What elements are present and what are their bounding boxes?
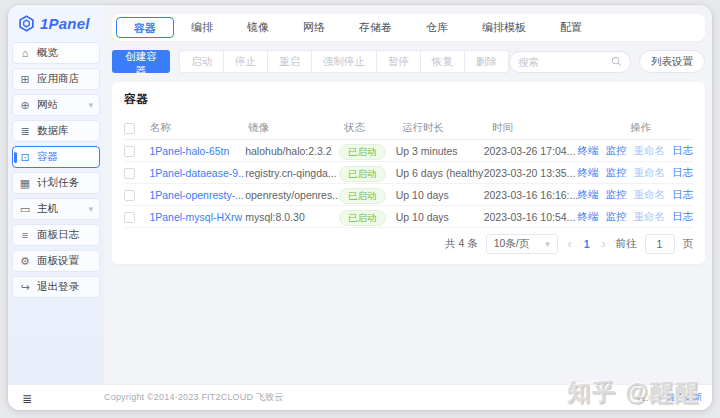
monitor-link[interactable]: 监控: [606, 188, 627, 202]
sidebar-item-cronjob[interactable]: ▦ 计划任务: [12, 172, 100, 194]
delete-button[interactable]: 删除: [464, 50, 509, 73]
sidebar-item-app-store[interactable]: ⊞ 应用商店: [12, 68, 100, 90]
container-name-link[interactable]: 1Panel-mysql-HXrw: [149, 211, 242, 223]
search-icon: [611, 56, 622, 67]
row-checkbox[interactable]: [124, 190, 135, 201]
container-time: 2023-03-20 13:35...: [484, 167, 578, 179]
sidebar-item-website[interactable]: ⊕ 网站 ▾: [12, 94, 100, 116]
bulk-action-group: 启动 停止 重启 强制停止 暂停 恢复 删除: [179, 50, 509, 73]
sidebar-item-label: 面板日志: [37, 228, 79, 242]
sidebar-item-logout[interactable]: ↪ 退出登录: [12, 276, 100, 298]
force-stop-button[interactable]: 强制停止: [311, 50, 377, 73]
sidebar-item-host[interactable]: ▭ 主机 ▾: [12, 198, 100, 220]
rename-link[interactable]: 重命名: [634, 210, 666, 224]
monitor-icon: ▭: [19, 203, 31, 216]
sidebar-item-panel-log[interactable]: ≡ 面板日志: [12, 224, 100, 246]
sidebar-item-label: 面板设置: [37, 254, 79, 268]
table-row: 1Panel-openresty-... openresty/openres..…: [124, 184, 693, 206]
home-icon: ⌂: [19, 47, 31, 59]
tab-compose[interactable]: 编排: [174, 17, 230, 38]
logs-link[interactable]: 日志: [672, 188, 693, 202]
tab-compose-template[interactable]: 编排模板: [465, 17, 543, 38]
monitor-link[interactable]: 监控: [606, 144, 627, 158]
tab-image[interactable]: 镜像: [230, 17, 286, 38]
monitor-link[interactable]: 监控: [606, 166, 627, 180]
table-row: 1Panel-halo-65tn halohub/halo:2.3.2 已启动 …: [124, 140, 693, 162]
page-number[interactable]: 1: [582, 238, 592, 250]
goto-label: 前往: [616, 237, 637, 251]
row-checkbox[interactable]: [124, 168, 135, 179]
logs-link[interactable]: 日志: [672, 144, 693, 158]
stop-button[interactable]: 停止: [223, 50, 268, 73]
sidebar-item-panel-settings[interactable]: ⚙ 面板设置: [12, 250, 100, 272]
sidebar-item-label: 容器: [37, 150, 58, 164]
rename-link[interactable]: 重命名: [634, 188, 666, 202]
search-box: [509, 51, 631, 73]
sidebar-item-label: 数据库: [37, 124, 69, 138]
goto-page-input[interactable]: [645, 234, 675, 254]
select-all-checkbox[interactable]: [124, 123, 135, 134]
logout-icon: ↪: [19, 281, 31, 294]
logs-link[interactable]: 日志: [672, 166, 693, 180]
header-uptime: 运行时长: [402, 121, 492, 135]
container-name-link[interactable]: 1Panel-dataease-9...: [149, 167, 245, 179]
row-checkbox[interactable]: [124, 146, 135, 157]
gear-icon: ⚙: [19, 255, 31, 268]
website-icon: ⊕: [19, 99, 31, 112]
terminal-link[interactable]: 终端: [578, 210, 599, 224]
resume-button[interactable]: 恢复: [420, 50, 465, 73]
row-checkbox[interactable]: [124, 212, 135, 223]
brand-logo[interactable]: 1Panel: [8, 5, 104, 40]
search-input[interactable]: [518, 56, 611, 68]
next-page-button[interactable]: ›: [600, 237, 608, 251]
sidebar-item-database[interactable]: ≣ 数据库: [12, 120, 100, 142]
header-image: 镜像: [248, 121, 344, 135]
footer: ≣ Copyright ©2014-2023 FIT2CLOUD 飞致云 v1.…: [8, 384, 712, 410]
container-uptime: Up 10 days: [396, 211, 484, 223]
sidebar-item-label: 主机: [37, 202, 58, 216]
version-text: v1.0.3: [636, 393, 661, 403]
page-size-select[interactable]: 10条/页 ▾: [486, 234, 558, 254]
version-zone: v1.0.3 检查更新: [636, 391, 712, 404]
terminal-link[interactable]: 终端: [578, 188, 599, 202]
pause-button[interactable]: 暂停: [376, 50, 421, 73]
top-tabbar: 容器 编排 镜像 网络 存储卷 仓库 编排模板 配置: [112, 14, 705, 41]
status-badge: 已启动: [339, 210, 386, 226]
container-time: 2023-03-26 17:04...: [484, 145, 578, 157]
container-name-link[interactable]: 1Panel-halo-65tn: [149, 145, 229, 157]
toolbar: 创建容器 启动 停止 重启 强制停止 暂停 恢复 删除: [112, 50, 705, 73]
sidebar-item-label: 退出登录: [37, 280, 79, 294]
table-row: 1Panel-mysql-HXrw mysql:8.0.30 已启动 Up 10…: [124, 206, 693, 228]
monitor-link[interactable]: 监控: [606, 210, 627, 224]
pagination: 共 4 条 10条/页 ▾ ‹ 1 › 前往 页: [124, 228, 693, 260]
rename-link[interactable]: 重命名: [634, 144, 666, 158]
main-content: 容器 编排 镜像 网络 存储卷 仓库 编排模板 配置 创建容器 启动 停止 重启…: [104, 5, 712, 384]
log-icon: ≡: [19, 229, 31, 241]
check-update-link[interactable]: 检查更新: [666, 391, 702, 404]
logs-link[interactable]: 日志: [672, 210, 693, 224]
tab-config[interactable]: 配置: [543, 17, 599, 38]
list-settings-button[interactable]: 列表设置: [639, 50, 705, 73]
start-button[interactable]: 启动: [179, 50, 224, 73]
tab-repo[interactable]: 仓库: [409, 17, 465, 38]
container-card: 容器 名称 镜像 状态 运行时长 时间 操作 1Panel-halo-65tn …: [112, 82, 705, 264]
sidebar-item-label: 计划任务: [37, 176, 79, 190]
container-name-link[interactable]: 1Panel-openresty-...: [149, 189, 244, 201]
sidebar-item-container[interactable]: ⊡ 容器: [12, 146, 100, 168]
sidebar-item-label: 应用商店: [37, 72, 79, 86]
tab-container[interactable]: 容器: [116, 17, 174, 38]
tab-volume[interactable]: 存储卷: [342, 17, 409, 38]
prev-page-button[interactable]: ‹: [566, 237, 574, 251]
create-container-button[interactable]: 创建容器: [112, 50, 170, 73]
sidebar-item-label: 网站: [37, 98, 58, 112]
restart-button[interactable]: 重启: [267, 50, 312, 73]
rename-link[interactable]: 重命名: [634, 166, 666, 180]
docker-whale-icon: ⊡: [19, 151, 31, 164]
terminal-link[interactable]: 终端: [578, 166, 599, 180]
terminal-link[interactable]: 终端: [578, 144, 599, 158]
container-uptime: Up 10 days: [396, 189, 484, 201]
collapse-sidebar-icon[interactable]: ≣: [22, 392, 32, 406]
sidebar-item-overview[interactable]: ⌂ 概览: [12, 42, 100, 64]
page-unit-label: 页: [683, 237, 694, 251]
tab-network[interactable]: 网络: [286, 17, 342, 38]
